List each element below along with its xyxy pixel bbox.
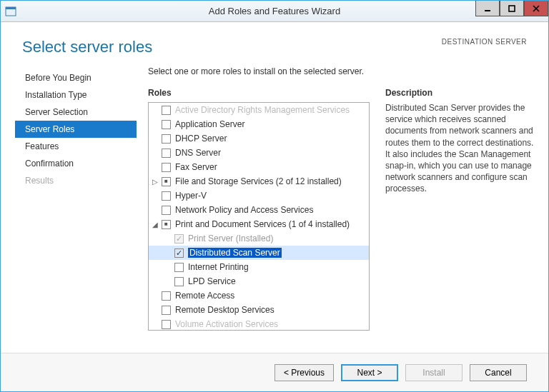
titlebar: Add Roles and Features Wizard <box>1 1 548 22</box>
role-item[interactable]: Hyper-V <box>149 189 369 203</box>
page-title: Select server roles <box>22 38 152 56</box>
role-checkbox[interactable] <box>162 163 171 172</box>
role-item[interactable]: ▷File and Storage Services (2 of 12 inst… <box>149 174 369 189</box>
wizard-icon <box>1 6 21 17</box>
role-checkbox <box>174 234 184 243</box>
role-label: LPD Service <box>188 276 236 286</box>
role-checkbox[interactable] <box>162 106 171 115</box>
role-label: Active Directory Rights Management Servi… <box>175 105 350 115</box>
role-label: DNS Server <box>175 148 221 158</box>
role-item[interactable]: ◢Print and Document Services (1 of 4 ins… <box>149 217 369 231</box>
expander-closed-icon[interactable]: ▷ <box>150 178 160 186</box>
role-item[interactable]: Fax Server <box>149 160 369 174</box>
role-label: File and Storage Services (2 of 12 insta… <box>175 176 342 186</box>
role-checkbox[interactable] <box>162 291 171 301</box>
role-label: Fax Server <box>175 162 217 172</box>
svg-rect-2 <box>485 10 490 11</box>
role-item[interactable]: Network Policy and Access Services <box>149 203 369 217</box>
role-item[interactable]: DHCP Server <box>149 131 369 146</box>
role-checkbox[interactable] <box>162 306 171 315</box>
nav-item-server-selection[interactable]: Server Selection <box>15 104 137 121</box>
role-item[interactable]: Internet Printing <box>149 260 369 274</box>
minimize-button[interactable] <box>475 1 500 16</box>
role-label: Print Server (Installed) <box>188 233 273 243</box>
destination-server-label: DESTINATION SERVER <box>442 38 527 56</box>
role-item[interactable]: DNS Server <box>149 146 369 160</box>
wizard-nav: Before You BeginInstallation TypeServer … <box>15 66 137 338</box>
role-label: Volume Activation Services <box>175 319 278 329</box>
nav-item-installation-type[interactable]: Installation Type <box>15 86 137 104</box>
wizard-footer: < Previous Next > Install Cancel <box>1 353 548 391</box>
role-checkbox[interactable] <box>174 277 184 286</box>
close-button[interactable] <box>524 1 548 16</box>
role-checkbox[interactable] <box>174 263 184 272</box>
role-checkbox[interactable] <box>162 191 171 201</box>
role-item[interactable]: Active Directory Rights Management Servi… <box>149 103 369 117</box>
description-heading: Description <box>385 88 534 98</box>
role-item[interactable]: Application Server <box>149 117 369 131</box>
role-label: Print and Document Services (1 of 4 inst… <box>175 219 350 229</box>
role-label: Remote Desktop Services <box>175 305 274 315</box>
role-item[interactable]: Remote Access <box>149 288 369 303</box>
next-button[interactable]: Next > <box>341 364 398 381</box>
roles-heading: Roles <box>148 88 370 98</box>
role-checkbox[interactable] <box>174 248 184 258</box>
role-label: Internet Printing <box>188 262 249 272</box>
role-checkbox[interactable] <box>162 206 171 215</box>
previous-button[interactable]: < Previous <box>274 364 334 381</box>
window-title: Add Roles and Features Wizard <box>1 6 548 16</box>
role-label: Remote Access <box>175 291 234 301</box>
nav-item-results: Results <box>15 172 137 189</box>
role-checkbox[interactable] <box>162 149 171 158</box>
instruction-text: Select one or more roles to install on t… <box>148 66 534 76</box>
role-item[interactable]: Print Server (Installed) <box>149 231 369 246</box>
svg-rect-1 <box>6 7 16 9</box>
role-checkbox[interactable] <box>162 220 171 229</box>
role-item[interactable]: LPD Service <box>149 274 369 288</box>
role-label: Application Server <box>175 119 244 129</box>
maximize-button[interactable] <box>500 1 524 16</box>
expander-open-icon[interactable]: ◢ <box>150 221 160 228</box>
role-item[interactable]: Remote Desktop Services <box>149 303 369 317</box>
role-checkbox[interactable] <box>162 320 171 329</box>
roles-listbox[interactable]: Active Directory Rights Management Servi… <box>148 102 370 331</box>
role-label: Hyper-V <box>175 191 207 201</box>
role-item[interactable]: Volume Activation Services <box>149 317 369 331</box>
role-label: Network Policy and Access Services <box>175 205 313 215</box>
description-text: Distributed Scan Server provides the ser… <box>385 102 534 195</box>
role-label: Distributed Scan Server <box>188 248 282 258</box>
nav-item-server-roles[interactable]: Server Roles <box>15 121 137 138</box>
svg-rect-3 <box>509 6 515 11</box>
role-label: DHCP Server <box>175 134 227 144</box>
role-checkbox[interactable] <box>162 177 171 186</box>
role-item[interactable]: Distributed Scan Server <box>149 246 369 260</box>
nav-item-features[interactable]: Features <box>15 138 137 155</box>
role-checkbox[interactable] <box>162 134 171 144</box>
install-button[interactable]: Install <box>405 364 463 381</box>
nav-item-confirmation[interactable]: Confirmation <box>15 155 137 172</box>
role-checkbox[interactable] <box>162 120 171 129</box>
cancel-button[interactable]: Cancel <box>470 364 527 381</box>
nav-item-before-you-begin[interactable]: Before You Begin <box>15 69 137 86</box>
